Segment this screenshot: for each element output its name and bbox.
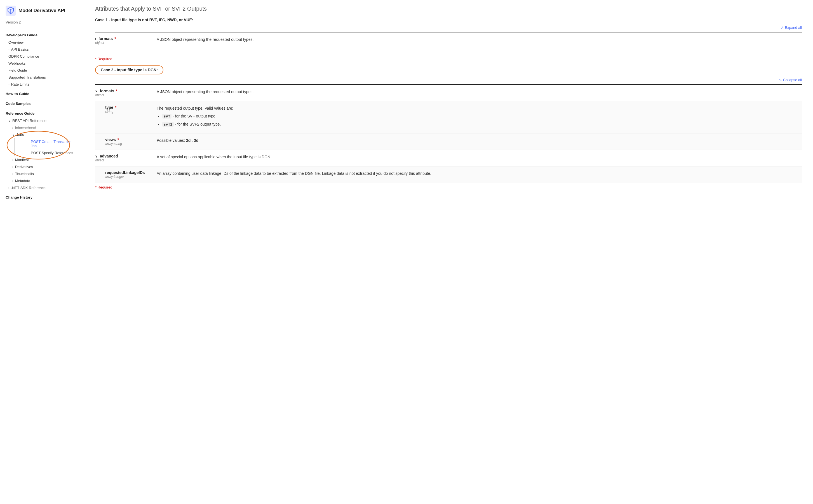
sidebar-section-howto: How-to Guide xyxy=(0,88,84,98)
required-star: * xyxy=(115,105,116,110)
sidebar-item-manifest[interactable]: › Manifest xyxy=(0,156,84,163)
param-name: ∨ advanced xyxy=(95,154,151,158)
param-left: type * string xyxy=(95,105,157,114)
sidebar-item-metadata[interactable]: › Metadata xyxy=(0,177,84,184)
case1-title: Case 1 - Input file type is not RVT, IFC… xyxy=(95,18,802,22)
sidebar-version: Version 2 xyxy=(0,20,84,29)
case2-params: ∨ formats * object A JSON object represe… xyxy=(95,84,802,183)
svf2-desc: - for the SVF2 output type. xyxy=(175,122,221,126)
case1-params: › formats * object A JSON object represe… xyxy=(95,32,802,49)
case2-section: Case 2 - Input file type is DGN: ⤡ Colla… xyxy=(95,65,802,194)
collapse-all-icon: ⤡ xyxy=(779,78,782,82)
collapse-all-row: ⤡ Collapse all xyxy=(95,78,802,82)
sidebar-section-developers-guide: Developer's Guide xyxy=(0,29,84,39)
sidebar-item-rate-limits[interactable]: › Rate Limits xyxy=(0,81,84,88)
sidebar-item-post-create-job[interactable]: POST Create Translation Job xyxy=(15,138,84,149)
code-svf: svf xyxy=(162,114,171,119)
sidebar-item-supported-translations[interactable]: Supported Translations xyxy=(0,74,84,81)
sidebar-app-title: Model Derivative API xyxy=(18,8,65,13)
table-row: views * array:string Possible values: 2d… xyxy=(95,133,802,150)
param-name-text: advanced xyxy=(100,154,118,158)
param-type: object xyxy=(95,93,151,97)
table-row: ∨ formats * object A JSON object represe… xyxy=(95,85,802,101)
code-svf2: svf2 xyxy=(162,122,174,127)
param-desc-prefix: The requested output type. Valid values … xyxy=(157,105,802,111)
param-name: views * xyxy=(105,137,151,142)
list-item: svf - for the SVF output type. xyxy=(162,113,802,119)
param-name-text: formats xyxy=(100,89,114,93)
param-name-text: views xyxy=(105,137,116,142)
param-name: requestedLinkageIDs xyxy=(105,170,151,175)
sidebar-item-field-guide[interactable]: Field Guide xyxy=(0,67,84,74)
sidebar-section-change-history: Change History xyxy=(0,191,84,201)
expand-all-row: ⤢ Expand all xyxy=(95,25,802,30)
required-note-case1: * Required xyxy=(95,55,802,65)
sidebar-item-post-specify-refs[interactable]: POST Specify References xyxy=(15,149,84,156)
collapse-all-label: Collapse all xyxy=(783,78,802,82)
sidebar-item-jobs[interactable]: ∨ Jobs xyxy=(0,131,84,138)
app-logo-icon xyxy=(6,6,16,16)
table-row: requestedLinkageIDs array:integer An arr… xyxy=(95,166,802,183)
sidebar-jobs-section: ∨ Jobs POST Create Translation Job POST … xyxy=(0,131,84,156)
table-row: type * string The requested output type.… xyxy=(95,101,802,133)
case1-section: Case 1 - Input file type is not RVT, IFC… xyxy=(95,18,802,65)
required-star: * xyxy=(118,137,119,142)
sidebar-section-code-samples: Code Samples xyxy=(0,98,84,107)
param-desc: A JSON object representing the requested… xyxy=(157,36,802,43)
sidebar-section-reference-guide: Reference Guide xyxy=(0,107,84,117)
expand-all-button[interactable]: ⤢ Expand all xyxy=(781,25,802,30)
param-desc: A set of special options applicable when… xyxy=(157,154,802,160)
sidebar: Model Derivative API Version 2 Developer… xyxy=(0,0,84,504)
param-name-text: type xyxy=(105,105,113,110)
sidebar-logo-area: Model Derivative API xyxy=(0,6,84,20)
param-name-text: requestedLinkageIDs xyxy=(105,170,145,175)
list-item: svf2 - for the SVF2 output type. xyxy=(162,121,802,128)
param-name: ∨ formats * xyxy=(95,89,151,93)
sidebar-item-api-basics[interactable]: › API Basics xyxy=(0,46,84,53)
sidebar-item-net-sdk[interactable]: › .NET SDK Reference xyxy=(0,184,84,191)
required-star: * xyxy=(116,89,117,93)
param-chevron: ∨ xyxy=(95,154,98,158)
page-title: Attributes that Apply to SVF or SVF2 Out… xyxy=(95,6,802,12)
sidebar-item-thumbnails[interactable]: › Thumbnails xyxy=(0,170,84,177)
param-type: array:integer xyxy=(105,175,151,179)
param-chevron: › xyxy=(95,37,96,41)
param-name-text: formats xyxy=(98,36,113,41)
param-desc: An array containing user data linkage ID… xyxy=(157,170,802,176)
param-name: type * xyxy=(105,105,151,110)
param-type: string xyxy=(105,110,151,114)
sidebar-item-rest-api-ref[interactable]: ∨ REST API Reference xyxy=(0,117,84,124)
table-row: ∨ advanced object A set of special optio… xyxy=(95,150,802,166)
param-type: array:string xyxy=(105,142,151,146)
param-chevron: ∨ xyxy=(95,89,98,93)
param-desc: The requested output type. Valid values … xyxy=(157,105,802,129)
sidebar-item-informational[interactable]: › Informational xyxy=(0,124,84,131)
case2-title-oval: Case 2 - Input file type is DGN: xyxy=(95,65,163,74)
param-left: views * array:string xyxy=(95,137,157,146)
case2-title-text: Case 2 - Input file type is DGN: xyxy=(101,68,158,72)
required-star: * xyxy=(114,36,116,41)
svf-desc: - for the SVF output type. xyxy=(173,114,216,118)
expand-all-icon: ⤢ xyxy=(781,25,784,30)
table-row: › formats * object A JSON object represe… xyxy=(95,32,802,49)
expand-all-label: Expand all xyxy=(785,25,802,30)
possible-values-label: Possible values: xyxy=(157,138,186,143)
main-content: Attributes that Apply to SVF or SVF2 Out… xyxy=(84,0,813,504)
sidebar-item-derivatives[interactable]: › Derivatives xyxy=(0,163,84,170)
comma-separator: , xyxy=(192,138,194,143)
value-3d: 3d xyxy=(194,138,198,143)
param-desc: A JSON object representing the requested… xyxy=(157,89,802,95)
param-left: requestedLinkageIDs array:integer xyxy=(95,170,157,179)
param-left: › formats * object xyxy=(95,36,157,45)
param-type: object xyxy=(95,158,151,162)
param-bullet-list: svf - for the SVF output type. svf2 - fo… xyxy=(157,113,802,128)
sidebar-item-webhooks[interactable]: Webhooks xyxy=(0,60,84,67)
param-type: object xyxy=(95,41,151,45)
sidebar-item-overview[interactable]: Overview xyxy=(0,39,84,46)
collapse-all-button[interactable]: ⤡ Collapse all xyxy=(779,78,802,82)
param-desc: Possible values: 2d , 3d xyxy=(157,137,802,143)
param-left: ∨ formats * object xyxy=(95,89,157,97)
param-left: ∨ advanced object xyxy=(95,154,157,162)
sidebar-item-gdpr[interactable]: GDPR Compliance xyxy=(0,53,84,60)
param-name: › formats * xyxy=(95,36,151,41)
